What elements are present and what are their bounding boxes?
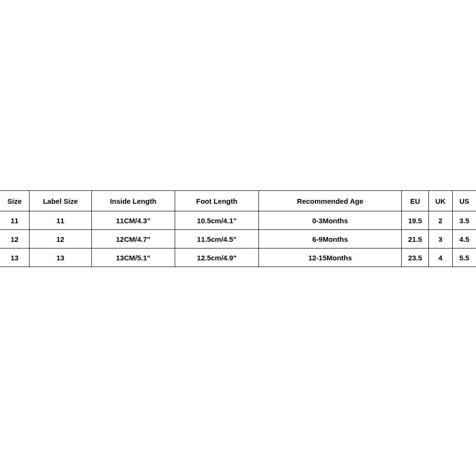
cell-foot: 10.5cm/4.1" <box>175 211 259 230</box>
cell-eu: 19.5 <box>402 211 428 230</box>
table-row: 12 12 12CM/4.7" 11.5cm/4.5" 6-9Months 21… <box>0 230 476 248</box>
cell-eu: 23.5 <box>402 248 428 267</box>
cell-foot: 11.5cm/4.5" <box>175 230 259 248</box>
cell-age: 0-3Months <box>258 211 402 230</box>
col-foot-length: Foot Length <box>175 191 259 211</box>
col-eu: EU <box>402 191 428 211</box>
table-header-row: Size Label Size Inside Length Foot Lengt… <box>0 191 476 211</box>
cell-label: 13 <box>30 248 91 267</box>
cell-label: 11 <box>30 211 91 230</box>
col-inside-length: Inside Length <box>91 191 175 211</box>
cell-uk: 4 <box>428 248 452 267</box>
cell-us: 3.5 <box>452 211 476 230</box>
cell-age: 6-9Months <box>258 230 402 248</box>
table-row: 13 13 13CM/5.1" 12.5cm/4.9" 12-15Months … <box>0 248 476 267</box>
col-size: Size <box>0 191 30 211</box>
cell-size: 12 <box>0 230 30 248</box>
col-us: US <box>452 191 476 211</box>
cell-age: 12-15Months <box>258 248 402 267</box>
cell-size: 11 <box>0 211 30 230</box>
cell-us: 4.5 <box>452 230 476 248</box>
col-recommended-age: Recommended Age <box>258 191 402 211</box>
table-row: 11 11 11CM/4.3" 10.5cm/4.1" 0-3Months 19… <box>0 211 476 230</box>
cell-size: 13 <box>0 248 30 267</box>
cell-us: 5.5 <box>452 248 476 267</box>
cell-label: 12 <box>30 230 91 248</box>
col-uk: UK <box>428 191 452 211</box>
cell-inside: 13CM/5.1" <box>91 248 175 267</box>
col-label-size: Label Size <box>30 191 91 211</box>
cell-foot: 12.5cm/4.9" <box>175 248 259 267</box>
cell-uk: 3 <box>428 230 452 248</box>
cell-inside: 12CM/4.7" <box>91 230 175 248</box>
cell-inside: 11CM/4.3" <box>91 211 175 230</box>
cell-uk: 2 <box>428 211 452 230</box>
size-chart-table: Size Label Size Inside Length Foot Lengt… <box>0 190 476 267</box>
cell-eu: 21.5 <box>402 230 428 248</box>
